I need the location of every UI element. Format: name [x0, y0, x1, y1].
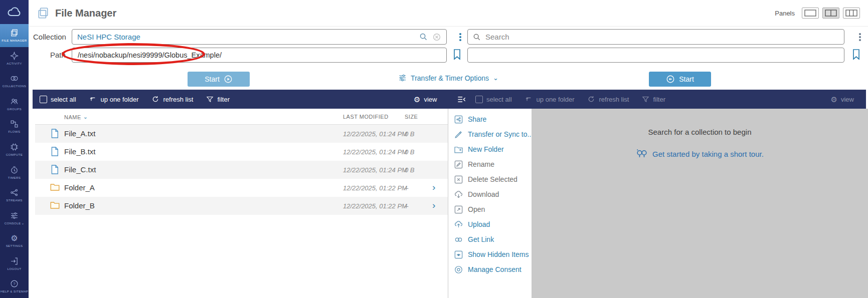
menu-item-delete-selected[interactable]: Delete Selected: [449, 172, 532, 187]
gear-icon: ⚙: [414, 96, 420, 103]
column-header-last-modified[interactable]: LAST MODIFIED: [343, 114, 389, 120]
menu-item-open[interactable]: Open: [449, 202, 532, 217]
select-all-control[interactable]: select all: [475, 96, 512, 103]
sidebar-item-help-sitemap[interactable]: ? HELP & SITEMAP: [0, 275, 29, 298]
sidebar-item-console[interactable]: CONSOLE ⌄: [0, 207, 29, 230]
sidebar-item-label: GROUPS: [7, 107, 22, 111]
menu-item-new-folder[interactable]: New Folder: [449, 142, 532, 157]
folder-modified: 12/22/2025, 01:22 PM: [343, 202, 407, 210]
empty-panel-message: Search for a collection to begin: [532, 109, 868, 136]
folder-row[interactable]: Folder_A 12/22/2025, 01:22 PM – ›: [35, 179, 448, 197]
collapse-menu-icon: [457, 95, 466, 104]
select-all-label: select all: [51, 96, 76, 103]
destination-toolbar-disabled: select all up one folder refresh list fi…: [475, 90, 665, 109]
menu-item-get-link[interactable]: Get Link: [449, 232, 532, 247]
sidebar-item-settings[interactable]: ⚙ SETTINGS: [0, 229, 29, 252]
destination-search-box[interactable]: [467, 29, 844, 45]
destination-search-input[interactable]: [485, 33, 839, 41]
filter-icon: [642, 96, 649, 103]
activity-icon: [10, 52, 19, 60]
globus-logo[interactable]: [0, 0, 29, 24]
menu-item-upload[interactable]: Upload: [449, 217, 532, 232]
collection-menu-button[interactable]: [456, 30, 464, 44]
bookmark-icon[interactable]: [452, 49, 462, 60]
start-transfer-left-button[interactable]: Start: [649, 72, 711, 87]
svg-text:?: ?: [13, 282, 16, 286]
start-transfer-right-button[interactable]: Start: [188, 72, 250, 87]
folder-row[interactable]: Folder_B 12/22/2025, 01:22 PM – ›: [35, 197, 448, 215]
console-icon: [10, 211, 19, 220]
refresh-list-button[interactable]: refresh list: [151, 95, 193, 103]
collapse-panel-button[interactable]: [457, 90, 466, 109]
open-folder-chevron-icon[interactable]: ›: [432, 182, 435, 193]
file-name: File_C.txt: [64, 165, 96, 174]
path-input[interactable]: [72, 48, 447, 63]
column-header-name[interactable]: NAME ⌄: [64, 114, 88, 120]
clear-collection-icon[interactable]: [432, 33, 441, 42]
sidebar-item-activity[interactable]: ACTIVITY: [0, 47, 29, 70]
consent-icon: [454, 265, 463, 274]
refresh-list-button[interactable]: refresh list: [587, 95, 629, 103]
view-options-button[interactable]: ⚙ view: [831, 90, 854, 109]
file-row[interactable]: File_A.txt 12/22/2025, 01:24 PM 0 B: [35, 125, 448, 143]
filter-button[interactable]: filter: [642, 96, 665, 103]
folder-icon: [50, 201, 60, 209]
sidebar-item-timers[interactable]: TIMERS: [0, 161, 29, 184]
up-one-folder-button[interactable]: up one folder: [525, 95, 575, 103]
menu-item-manage-consent[interactable]: Manage Consent: [449, 262, 532, 277]
file-name: File_A.txt: [64, 129, 96, 138]
select-all-checkbox[interactable]: [40, 96, 47, 103]
select-all-control[interactable]: select all: [40, 96, 76, 103]
filter-button[interactable]: filter: [206, 96, 230, 103]
sidebar-item-file-manager[interactable]: FILE MANAGER: [0, 24, 29, 47]
sidebar-item-collections[interactable]: COLLECTIONS: [0, 70, 29, 93]
destination-path-input[interactable]: [467, 48, 844, 63]
globus-cloud-icon: [7, 7, 22, 18]
panel-layout-one-button[interactable]: [802, 8, 819, 19]
folder-icon: [50, 183, 60, 191]
open-folder-chevron-icon[interactable]: ›: [432, 200, 435, 211]
sidebar-item-logout[interactable]: LOGOUT: [0, 252, 29, 275]
file-manager-main: Collection NeSI HPC Storage Path Start: [29, 27, 868, 298]
file-row[interactable]: File_B.txt 12/22/2025, 01:24 PM 0 B: [35, 143, 448, 161]
transfer-timer-options-label: Transfer & Timer Options: [411, 74, 489, 82]
menu-item-label: Delete Selected: [468, 175, 517, 183]
transfer-timer-options-toggle[interactable]: Transfer & Timer Options ⌄: [398, 74, 498, 82]
up-one-folder-label: up one folder: [101, 96, 139, 103]
menu-item-download[interactable]: Download: [449, 187, 532, 202]
up-one-folder-button[interactable]: up one folder: [89, 95, 139, 103]
menu-item-label: Download: [468, 190, 499, 198]
sidebar-item-streams[interactable]: STREAMS: [0, 184, 29, 207]
sidebar-item-flows[interactable]: FLOWS: [0, 115, 29, 138]
bookmark-icon[interactable]: [851, 49, 861, 60]
panel-layout-three-button[interactable]: [843, 8, 860, 19]
collection-input[interactable]: NeSI HPC Storage: [72, 29, 447, 45]
menu-item-transfer-or-sync[interactable]: Transfer or Sync to...: [449, 127, 532, 142]
menu-item-share[interactable]: Share: [449, 112, 532, 127]
menu-item-rename[interactable]: Rename: [449, 157, 532, 172]
up-one-folder-icon: [525, 95, 533, 103]
destination-menu-button[interactable]: [856, 30, 864, 44]
refresh-list-label: refresh list: [163, 96, 193, 103]
menu-item-label: Share: [468, 115, 486, 123]
view-options-button[interactable]: ⚙ view: [414, 90, 437, 109]
flows-icon: [10, 120, 19, 128]
folder-name: Folder_B: [64, 201, 95, 210]
panel-layout-two-button[interactable]: [822, 8, 839, 19]
logout-icon: [10, 257, 19, 265]
file-row[interactable]: File_C.txt 12/22/2025, 01:24 PM 0 B: [35, 161, 448, 179]
start-button-label: Start: [679, 75, 694, 83]
select-all-checkbox[interactable]: [475, 96, 483, 103]
streams-icon: [10, 188, 19, 197]
chevron-down-icon: ⌄: [21, 221, 24, 225]
one-panel-icon: [804, 10, 816, 17]
tour-link[interactable]: Get started by taking a short tour.: [532, 148, 868, 159]
search-icon[interactable]: [419, 33, 428, 41]
sidebar-item-compute[interactable]: COMPUTE: [0, 138, 29, 161]
menu-item-show-hidden-items[interactable]: Show Hidden Items: [449, 247, 532, 262]
collection-value: NeSI HPC Storage: [77, 33, 415, 41]
source-file-list-panel: NAME ⌄ LAST MODIFIED SIZE File_A.txt 12/…: [35, 109, 448, 298]
sidebar-item-groups[interactable]: GROUPS: [0, 93, 29, 116]
column-header-size[interactable]: SIZE: [405, 114, 418, 120]
filter-label: filter: [217, 96, 230, 103]
